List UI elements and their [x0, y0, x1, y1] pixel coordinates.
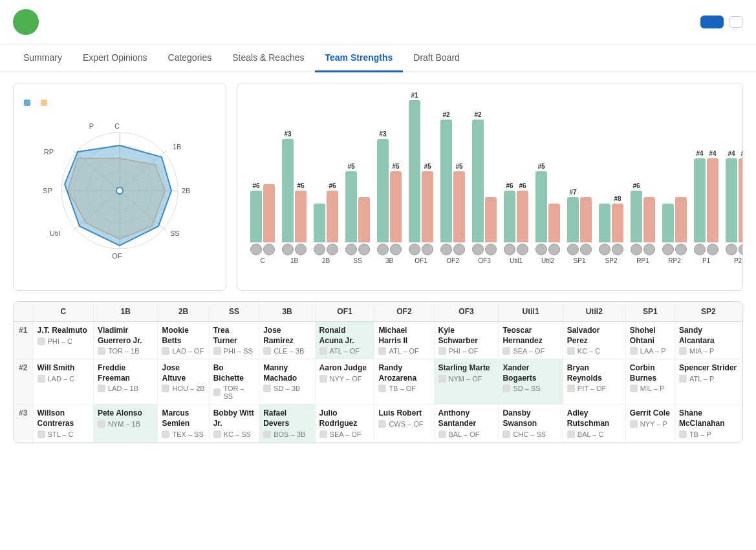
svg-text:C: C [114, 122, 120, 130]
starters-bar-rp1 [631, 191, 642, 242]
svg-text:Util: Util [50, 229, 60, 237]
player-name: J.T. Realmuto [38, 326, 89, 336]
player-team-text: TOR – 1B [108, 347, 140, 355]
player-cell: Pete AlonsoNYM – 1B [93, 405, 158, 442]
player-avatar [567, 244, 579, 255]
top-row: C 1B 2B SS OF Util SP RP P 3B #6C#3#61B#… [13, 83, 743, 291]
header-actions [700, 16, 743, 28]
player-name: Michael Harris II [378, 326, 429, 346]
bar-position-label: C [260, 257, 265, 264]
player-icon [38, 337, 45, 345]
player-name: Shane McClanahan [679, 408, 738, 428]
bench-bar-p2 [739, 158, 743, 242]
starters-bar-of3 [472, 120, 484, 242]
player-team-text: TB – P [689, 430, 711, 438]
col-header-of2: OF2 [374, 302, 434, 322]
player-icon [378, 385, 386, 392]
player-name: Pete Alonso [98, 408, 154, 419]
player-icon [567, 347, 575, 355]
player-cell: Sandy AlcantaraMIA – P [675, 322, 742, 359]
player-icon [213, 430, 221, 438]
player-avatar [694, 244, 706, 255]
table-row: #3Willson ContrerasSTL – CPete AlonsoNYM… [14, 405, 742, 442]
svg-text:P: P [89, 122, 94, 130]
player-icon [502, 385, 510, 392]
more-button[interactable] [729, 16, 743, 28]
mock-again-button[interactable] [700, 16, 724, 28]
bar-group-p2: #4#4P2 [723, 99, 743, 264]
player-cell: Freddie FreemanLAD – 1B [93, 359, 158, 405]
player-team: TOR – 1B [98, 347, 154, 355]
starters-bar-rp2 [662, 204, 674, 242]
player-team: LAD – 1B [98, 385, 154, 392]
player-icon [162, 430, 169, 438]
bar-group-p1: #4#4P1 [691, 99, 721, 264]
player-icon [438, 375, 446, 383]
player-name: Vladimir Guerrero Jr. [98, 326, 154, 346]
player-avatar [295, 244, 307, 255]
nav-item-summary[interactable]: Summary [13, 45, 72, 72]
player-name: Teoscar Hernandez [502, 326, 558, 346]
player-name: Corbin Burnes [630, 363, 671, 383]
radar-container: C 1B 2B SS OF Util SP RP P 3B [29, 113, 210, 268]
bar-position-label: 3B [385, 257, 393, 264]
bench-bar-rp2 [675, 197, 687, 242]
player-icon [567, 430, 575, 438]
starters-dot [24, 100, 30, 106]
nav-item-expert-opinions[interactable]: Expert Opinions [72, 45, 158, 72]
bar-group-sp2: #8SP2 [596, 99, 626, 264]
player-cell: Spencer StriderATL – P [675, 359, 742, 405]
starters-bar-1b [282, 139, 294, 242]
table-row: #1J.T. RealmutoPHI – CVladimir Guerrero … [14, 322, 742, 359]
col-header-util2: Util2 [563, 302, 625, 322]
nav-item-categories[interactable]: Categories [158, 45, 222, 72]
bar-position-label: P2 [734, 257, 742, 264]
player-team: LAD – OF [162, 347, 204, 355]
bar-group-util2: #5Util2 [533, 99, 563, 264]
player-team: MIA – P [679, 347, 738, 355]
player-team: SEA – OF [502, 347, 558, 355]
bar-position-label: RP2 [668, 257, 680, 264]
player-cell: Julio RodriguezSEA – OF [315, 405, 374, 442]
player-name: Starling Marte [438, 363, 495, 374]
bar-position-label: OF3 [478, 257, 490, 264]
player-avatar [250, 244, 262, 255]
starters-bar-p1 [694, 158, 706, 242]
content: C 1B 2B SS OF Util SP RP P 3B #6C#3#61B#… [0, 72, 756, 454]
nav-item-team-strengths[interactable]: Team Strengths [315, 45, 404, 72]
bar-group-of1: #1#5OF1 [406, 99, 436, 264]
player-avatar [662, 244, 674, 255]
col-header-sp1: SP1 [625, 302, 675, 322]
player-avatar [377, 244, 389, 255]
player-avatar [440, 244, 452, 255]
player-team-text: TOR – SS [223, 385, 255, 400]
player-name: Bobby Witt Jr. [213, 408, 255, 428]
player-cell: J.T. RealmutoPHI – C [33, 322, 93, 359]
player-team: TB – OF [378, 385, 429, 392]
player-name: Bryan Reynolds [567, 363, 621, 383]
player-avatar [422, 244, 433, 255]
player-icon [630, 347, 638, 355]
player-avatar [707, 244, 718, 255]
player-team-text: LAA – P [640, 347, 666, 355]
nav-item-draft-board[interactable]: Draft Board [403, 45, 470, 72]
starters-bar-sp2 [599, 204, 610, 242]
bench-bar-rp1 [643, 197, 655, 242]
row-number: #1 [14, 322, 33, 359]
player-icon [162, 347, 169, 355]
player-name: Randy Arozarena [378, 363, 429, 383]
player-name: Spencer Strider [679, 363, 738, 374]
bar-position-label: Util1 [510, 257, 523, 264]
player-team: PIT – OF [567, 385, 621, 392]
player-team: CLE – 3B [263, 347, 310, 355]
player-team-text: BAL – C [578, 430, 604, 438]
player-cell: Teoscar HernandezSEA – OF [499, 322, 563, 359]
player-cell: Jose RamirezCLE – 3B [259, 322, 315, 359]
player-avatar [345, 244, 357, 255]
bench-bar-of1 [422, 171, 433, 242]
player-name: Jose Altuve [162, 363, 204, 383]
nav-item-steals-&-reaches[interactable]: Steals & Reaches [222, 45, 314, 72]
player-team: LAD – C [38, 375, 89, 383]
player-team-text: ATL – OF [330, 347, 360, 355]
player-name: Shohei Ohtani [630, 326, 671, 346]
